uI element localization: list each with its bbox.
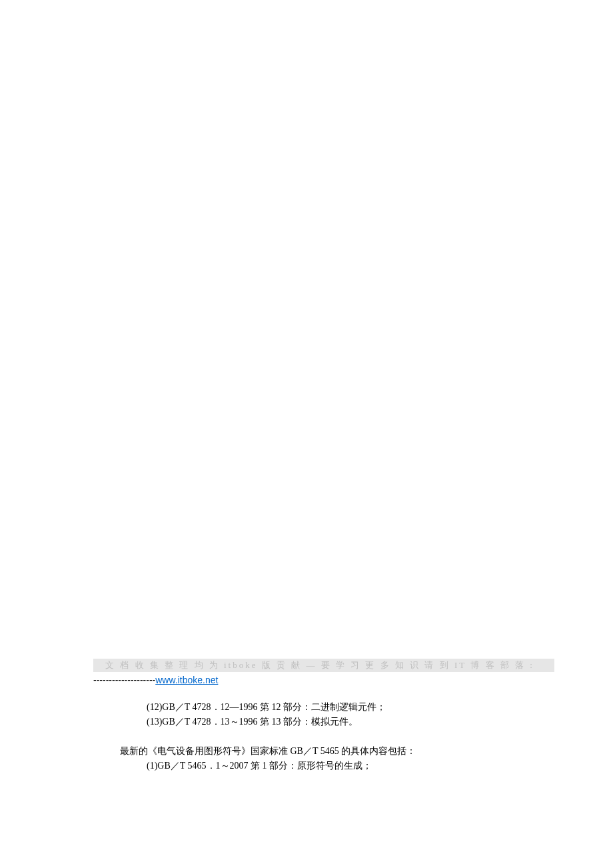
list-item-12: (12)GB／T 4728．12—1996 第 12 部分：二进制逻辑元件； xyxy=(93,700,554,715)
list-item-1: (1)GB／T 5465．1～2007 第 1 部分：原形符号的生成； xyxy=(93,759,554,773)
link-line: --------------------www.itboke.net xyxy=(93,675,218,685)
watermark-bar: 文 档 收 集 整 理 均 为 itboke 版 贡 献 — 要 学 习 更 多… xyxy=(93,659,554,672)
link-dashes: -------------------- xyxy=(93,675,155,685)
document-content: (12)GB／T 4728．12—1996 第 12 部分：二进制逻辑元件； (… xyxy=(93,700,554,773)
section-intro: 最新的《电气设备用图形符号》国家标准 GB／T 5465 的具体内容包括： xyxy=(93,744,554,759)
watermark-text: 文 档 收 集 整 理 均 为 itboke 版 贡 献 — 要 学 习 更 多… xyxy=(105,659,534,671)
list-item-13: (13)GB／T 4728．13～1996 第 13 部分：模拟元件。 xyxy=(93,715,554,729)
itboke-link[interactable]: www.itboke.net xyxy=(155,675,218,685)
